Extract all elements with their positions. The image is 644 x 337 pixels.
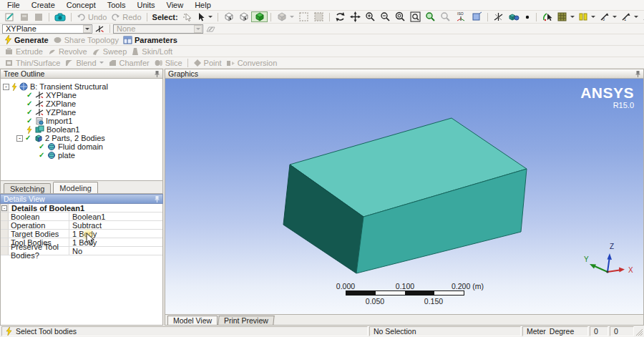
lightning-icon — [11, 83, 17, 91]
collapse-icon[interactable]: - — [1, 205, 7, 211]
menu-create[interactable]: Create — [26, 0, 61, 10]
display-plane-grid-button[interactable] — [555, 11, 577, 22]
parameters-button[interactable]: Parameters — [121, 34, 180, 45]
select-mode-button[interactable] — [180, 11, 195, 22]
chamfer-label: Chamfer — [119, 59, 150, 67]
details-row-operation[interactable]: Operation Subtract — [1, 221, 162, 230]
resize-grip[interactable] — [634, 326, 644, 337]
zoom-magnify-button[interactable] — [393, 11, 408, 22]
disabled-tool-button-2[interactable] — [31, 11, 46, 22]
new-sketch-button[interactable] — [2, 11, 17, 22]
generate-button[interactable]: Generate — [2, 34, 51, 45]
details-row-boolean[interactable]: Boolean Boolean1 — [1, 213, 162, 221]
plane-combobox[interactable]: XYPlane — [2, 24, 92, 34]
tree-item-zxplane[interactable]: ✓ ZXPlane — [1, 99, 162, 108]
pin-icon[interactable] — [155, 70, 160, 77]
details-value[interactable]: Subtract — [69, 221, 162, 229]
collapse-icon[interactable]: - — [16, 135, 23, 142]
tab-print-preview[interactable]: Print Preview — [218, 316, 274, 325]
display-points-button[interactable] — [522, 11, 533, 22]
rotate-button[interactable] — [333, 11, 348, 22]
menu-help[interactable]: Help — [189, 0, 217, 10]
details-value[interactable]: No — [69, 247, 162, 255]
plane-icon-button[interactable] — [92, 24, 107, 34]
tree-item-fluid-domain[interactable]: ✓ Fluid domain — [1, 142, 162, 151]
chamfer-button[interactable]: Chamfer — [106, 57, 152, 68]
menu-file[interactable]: File — [1, 0, 26, 10]
extrude-button[interactable]: Extrude — [2, 46, 45, 57]
tree-item-root[interactable]: - B: Transient Structural — [1, 82, 162, 91]
sketch-combobox[interactable]: None — [113, 24, 203, 34]
skin-loft-button[interactable]: Skin/Loft — [129, 46, 175, 57]
menu-tools[interactable]: Tools — [102, 0, 132, 10]
model-3d-box[interactable] — [165, 79, 644, 315]
sketch-combobox-arrow[interactable] — [194, 25, 202, 33]
revolve-button[interactable]: Revolve — [45, 46, 89, 57]
display-bodies-button[interactable] — [506, 11, 522, 22]
sketch-edit-button[interactable] — [540, 11, 555, 22]
tree-item-parts[interactable]: - ✓ 2 Parts, 2 Bodies — [1, 134, 162, 142]
extend-selection-button-2[interactable] — [311, 11, 326, 22]
tab-sketching[interactable]: Sketching — [4, 183, 51, 193]
select-cursor-button[interactable] — [195, 11, 215, 22]
scale-ruler: 0.000 0.100 0.200 (m) 0.050 0.150 — [346, 282, 464, 305]
details-value[interactable]: Boolean1 — [69, 213, 162, 220]
new-sketch-from-plane-button[interactable] — [203, 24, 218, 34]
edge-display-button-1[interactable]: 0 — [597, 11, 619, 22]
zoom-previous-button[interactable] — [438, 11, 453, 22]
snapshot-button[interactable] — [52, 11, 68, 22]
zoom-in-button[interactable] — [363, 11, 378, 22]
plane-normal-button[interactable] — [491, 11, 506, 22]
details-gutter — [1, 230, 9, 238]
tree-item-plate[interactable]: ✓ plate — [1, 151, 162, 160]
display-snaps-button[interactable] — [577, 11, 597, 22]
slice-button[interactable]: Slice — [152, 57, 185, 68]
edge-display-button-3[interactable]: 2 — [640, 11, 644, 22]
blend-button[interactable]: Blend — [62, 57, 105, 68]
sweep-button[interactable]: Sweep — [89, 46, 130, 57]
tree-item-xyplane[interactable]: ✓ XYPlane — [1, 91, 162, 99]
details-gutter — [1, 221, 9, 229]
plane-combobox-arrow[interactable] — [83, 25, 91, 33]
tree-item-import1[interactable]: ✓ Import1 — [1, 117, 162, 125]
menu-units[interactable]: Units — [131, 0, 160, 10]
tree-outline-title: Tree Outline — [4, 69, 44, 78]
orientation-triad[interactable]: Z Y X — [575, 240, 641, 292]
details-group-header[interactable]: - Details of Boolean1 — [1, 204, 162, 213]
menu-view[interactable]: View — [161, 0, 190, 10]
tree-item-yzplane[interactable]: ✓ YZPlane — [1, 108, 162, 117]
graphics-viewport[interactable]: ANSYS R15.0 Z Y X 0.000 — [165, 79, 644, 315]
look-at-button[interactable] — [469, 11, 484, 22]
svg-text:ISO: ISO — [457, 11, 464, 16]
adjacent-select-button[interactable] — [274, 11, 296, 22]
select-body-filter-button[interactable] — [251, 11, 268, 22]
details-row-preserve[interactable]: Preserve Tool Bodies? No — [1, 247, 162, 255]
share-topology-button[interactable]: Share Topology — [51, 34, 121, 45]
select-edge-filter-button[interactable] — [236, 11, 251, 22]
collapse-icon[interactable]: - — [3, 84, 9, 90]
zoom-out-button[interactable] — [378, 11, 393, 22]
edge-display-button-2[interactable]: 1 — [619, 11, 640, 22]
zoom-in-icon — [365, 11, 376, 22]
isometric-view-button[interactable]: ISO — [453, 11, 469, 22]
tree-item-boolean1[interactable]: Boolean1 — [1, 125, 162, 134]
toolbar-separator — [49, 13, 49, 21]
point-button[interactable]: Point — [191, 57, 224, 68]
tab-sketching-label: Sketching — [10, 185, 44, 193]
pan-button[interactable] — [348, 11, 363, 22]
conversion-button[interactable]: Conversion — [224, 57, 280, 68]
box-zoom-button[interactable] — [408, 11, 423, 22]
zoom-to-fit-button[interactable] — [423, 11, 438, 22]
pin-icon[interactable] — [155, 195, 160, 202]
tab-modeling[interactable]: Modeling — [53, 182, 98, 193]
select-vertex-filter-button[interactable] — [221, 11, 236, 22]
thin-surface-button[interactable]: Thin/Surface — [2, 57, 62, 68]
chevron-down-icon — [290, 16, 294, 18]
menu-concept[interactable]: Concept — [61, 0, 102, 10]
extend-selection-button-1[interactable] — [296, 11, 311, 22]
tab-model-view[interactable]: Model View — [167, 316, 218, 325]
undo-button[interactable]: Undo — [74, 11, 109, 22]
disabled-tool-button-1[interactable] — [17, 11, 31, 22]
pin-icon[interactable] — [635, 70, 640, 77]
redo-button[interactable]: Redo — [109, 11, 143, 22]
